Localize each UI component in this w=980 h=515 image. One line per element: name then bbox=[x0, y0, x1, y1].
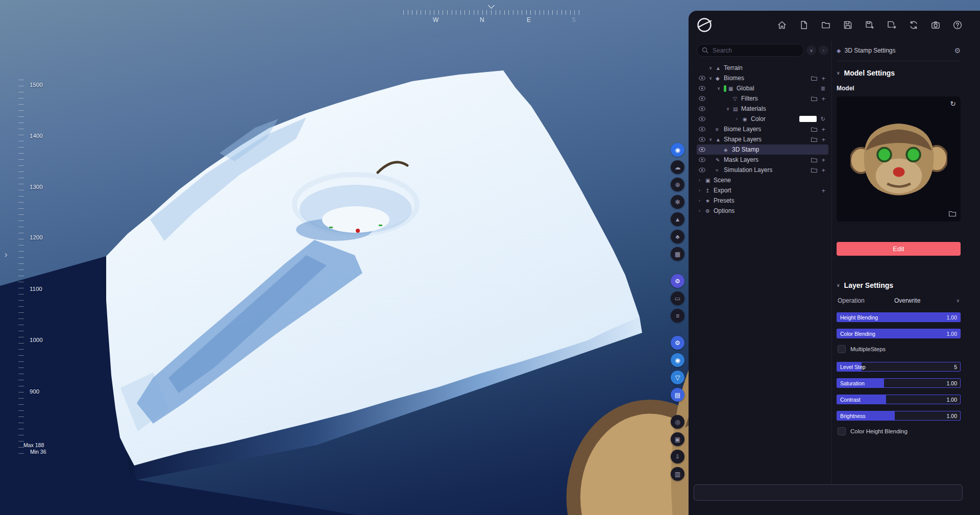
add-icon[interactable]: + bbox=[821, 187, 825, 194]
model-preview[interactable]: ↻ bbox=[837, 96, 961, 222]
color-swatch[interactable] bbox=[799, 116, 817, 122]
brightness-slider[interactable]: Brightness 1.00 bbox=[837, 411, 961, 421]
eye-icon[interactable] bbox=[699, 76, 709, 81]
screenshot-icon[interactable] bbox=[930, 20, 941, 30]
layer-settings-header[interactable]: ∨ Layer Settings bbox=[837, 281, 961, 289]
multiplesteps-checkbox[interactable] bbox=[838, 345, 846, 353]
next-button[interactable]: › bbox=[819, 45, 828, 55]
tree-item-shape-layers[interactable]: ∨ ▲ Shape Layers + bbox=[697, 134, 828, 144]
tree-item-materials[interactable]: ∨ ▤ Materials bbox=[697, 104, 828, 114]
tree-item-filters[interactable]: ▽ Filters + bbox=[697, 93, 828, 104]
mountain-tool-button[interactable]: ▲ bbox=[671, 212, 684, 226]
folder-icon[interactable] bbox=[811, 137, 817, 142]
search-box[interactable] bbox=[697, 44, 804, 57]
add-icon[interactable]: + bbox=[821, 75, 825, 82]
color-height-blending-checkbox[interactable] bbox=[838, 427, 846, 435]
level-step-slider[interactable]: Level Step 5 bbox=[837, 362, 961, 372]
download-tool-button[interactable]: ⇩ bbox=[671, 450, 684, 463]
tree-item-mask-layers[interactable]: ✎ Mask Layers + bbox=[697, 155, 828, 165]
eye-icon[interactable] bbox=[699, 116, 709, 121]
color-blending-slider[interactable]: Color Blending 1.00 bbox=[837, 329, 961, 338]
help-icon[interactable] bbox=[952, 20, 963, 30]
model-settings-header[interactable]: ∨ Model Settings bbox=[837, 69, 961, 77]
folder-icon[interactable] bbox=[811, 168, 817, 173]
chevron-down-icon[interactable]: ∨ bbox=[709, 76, 716, 81]
folder-icon[interactable] bbox=[811, 76, 817, 81]
contrast-slider[interactable]: Contrast 1.00 bbox=[837, 395, 961, 404]
tree-item-terrain[interactable]: ∨ ▲ Terrain bbox=[697, 63, 828, 73]
command-bar[interactable] bbox=[694, 484, 963, 501]
operation-dropdown[interactable]: Overwrite ∨ bbox=[894, 297, 960, 304]
eye-icon[interactable] bbox=[699, 167, 709, 173]
tree-item-export[interactable]: › ↥ Export + bbox=[697, 185, 828, 195]
command-input[interactable] bbox=[694, 485, 962, 500]
snow-tool-button[interactable]: ✻ bbox=[671, 195, 684, 209]
edit-button[interactable]: Edit bbox=[837, 242, 961, 256]
chevron-right-icon[interactable]: › bbox=[736, 116, 743, 121]
tree-item-3d-stamp[interactable]: ◈ 3D Stamp bbox=[697, 144, 828, 155]
sphere-brush-tool-button[interactable]: ◉ bbox=[671, 143, 684, 157]
filter-tool-button[interactable]: ▽ bbox=[671, 371, 684, 384]
new-file-icon[interactable] bbox=[799, 20, 809, 30]
settings-gear-icon[interactable]: ⚙ bbox=[954, 46, 961, 55]
folder-icon[interactable] bbox=[811, 96, 817, 101]
save-icon[interactable] bbox=[843, 20, 853, 30]
folder-icon[interactable] bbox=[811, 158, 817, 162]
chevron-right-icon[interactable]: › bbox=[699, 178, 705, 183]
eye-icon[interactable] bbox=[699, 96, 709, 101]
gear-tool-button[interactable]: ⚙ bbox=[671, 274, 684, 288]
tree-item-global[interactable]: ∨ ▦ Global ≣ bbox=[697, 83, 828, 93]
chevron-right-icon[interactable]: › bbox=[699, 188, 705, 193]
stack-icon[interactable]: ≣ bbox=[821, 85, 825, 92]
height-blending-slider[interactable]: Height Blending 1.00 bbox=[837, 312, 961, 322]
cloud-tool-button[interactable]: ☁ bbox=[671, 160, 684, 174]
tree-item-color[interactable]: › ◉ Color ↻ bbox=[697, 114, 828, 124]
record-tool-button[interactable]: ◎ bbox=[671, 415, 684, 429]
eye-icon[interactable] bbox=[699, 106, 709, 111]
home-icon[interactable] bbox=[777, 20, 787, 30]
eye-icon[interactable] bbox=[699, 137, 709, 142]
add-icon[interactable]: + bbox=[821, 95, 825, 102]
list-tool-button[interactable]: ≡ bbox=[671, 309, 684, 323]
add-icon[interactable]: + bbox=[821, 167, 825, 174]
visibility-tool-button[interactable]: ◉ bbox=[671, 353, 684, 367]
open-project-icon[interactable] bbox=[821, 20, 831, 30]
stats-tool-button[interactable]: ▥ bbox=[671, 467, 684, 481]
search-input[interactable] bbox=[712, 46, 799, 55]
eye-icon[interactable] bbox=[699, 127, 709, 132]
folder-icon[interactable] bbox=[811, 127, 817, 132]
tree-item-presets[interactable]: › ★ Presets bbox=[697, 195, 828, 206]
add-icon[interactable]: + bbox=[821, 136, 825, 143]
chevron-down-icon[interactable]: ∨ bbox=[726, 106, 733, 111]
add-icon[interactable]: + bbox=[821, 126, 825, 133]
app-logo[interactable] bbox=[696, 16, 713, 34]
layers-tool-button[interactable]: ▤ bbox=[671, 388, 684, 402]
save-as-icon[interactable] bbox=[865, 20, 875, 30]
left-panel-expand-arrow[interactable]: › bbox=[5, 250, 7, 259]
planet-tool-button[interactable]: ⊕ bbox=[671, 178, 684, 191]
tree-item-biome-layers[interactable]: ≡ Biome Layers + bbox=[697, 124, 828, 134]
tree-item-scene[interactable]: › ▣ Scene bbox=[697, 175, 828, 185]
collapse-all-button[interactable]: ∨ bbox=[806, 45, 816, 55]
grid-tool-button[interactable]: ▦ bbox=[671, 247, 684, 261]
chevron-down-icon[interactable]: ∨ bbox=[717, 86, 724, 91]
eye-icon[interactable] bbox=[699, 147, 709, 152]
settings-gears-tool-button[interactable]: ⚙ bbox=[671, 336, 684, 350]
tree-item-simulation-layers[interactable]: ≈ Simulation Layers + bbox=[697, 165, 828, 175]
image-tool-button[interactable]: ▣ bbox=[671, 432, 684, 446]
tree-item-biomes[interactable]: ∨ ◆ Biomes + bbox=[697, 73, 828, 83]
add-icon[interactable]: + bbox=[821, 157, 825, 163]
vegetation-tool-button[interactable]: ♣ bbox=[671, 230, 684, 243]
export-icon[interactable] bbox=[887, 20, 897, 30]
saturation-slider[interactable]: Saturation 1.00 bbox=[837, 378, 961, 388]
chevron-right-icon[interactable]: › bbox=[699, 198, 705, 203]
refresh-icon[interactable]: ↻ bbox=[821, 116, 825, 122]
tree-item-options[interactable]: › ⚙ Options bbox=[697, 206, 828, 216]
folder-tool-button[interactable]: ▭ bbox=[671, 291, 684, 305]
eye-icon[interactable] bbox=[699, 157, 709, 162]
eye-icon[interactable] bbox=[699, 86, 709, 91]
chevron-down-icon[interactable]: ∨ bbox=[709, 65, 716, 70]
chevron-down-icon[interactable]: ∨ bbox=[709, 137, 716, 142]
refresh-model-icon[interactable]: ↻ bbox=[950, 100, 956, 108]
browse-model-icon[interactable] bbox=[949, 210, 956, 218]
